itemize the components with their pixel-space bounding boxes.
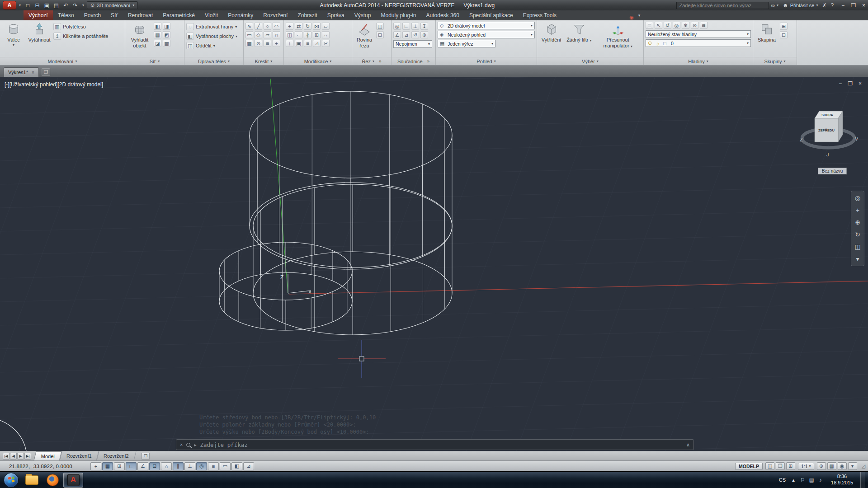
ribbon-tab-správa[interactable]: Správa (322, 10, 349, 20)
status-toggle-button[interactable]: ∥ (173, 462, 184, 470)
search-binoculars-icon[interactable]: ∞ (771, 2, 775, 9)
status-tool-icon[interactable]: ⊕ (817, 462, 826, 470)
status-tool-icon[interactable]: ▦ (827, 462, 836, 470)
taskbar-explorer-button[interactable] (22, 473, 42, 488)
taskbar-firefox-button[interactable] (42, 473, 62, 488)
section-tool-icon[interactable]: ◫ (376, 23, 384, 30)
panel-label-souradnice[interactable]: Souřadnice» (392, 57, 435, 65)
status-toggle-button[interactable]: + (90, 462, 101, 470)
application-menu-button[interactable]: A (3, 1, 16, 9)
modify-tool-icon[interactable]: ⋈ (313, 23, 321, 30)
panel-label-kreslit[interactable]: Kreslit▾ (244, 57, 283, 65)
mesh-tool-icon[interactable]: ◨ (163, 23, 170, 30)
draw-tool-icon[interactable]: ∿ (245, 23, 253, 30)
navigation-tool-icon[interactable]: ◎ (853, 194, 863, 202)
modify-tool-icon[interactable]: ⇄ (295, 23, 302, 30)
modify-tool-icon[interactable]: ⊞ (313, 31, 321, 38)
ribbon-tab-rendrovat[interactable]: Rendrovat (123, 10, 158, 20)
ucs-named-row[interactable]: Nepojmen▾ (393, 40, 432, 48)
draw-tool-icon[interactable]: ○ (264, 23, 271, 30)
section-plane-button[interactable]: Rovina řezu (354, 22, 375, 49)
panel-label-hladiny[interactable]: Hladiny▾ (644, 57, 753, 65)
layer-state-dropdown[interactable]: Neuložený stav hladiny▾ (646, 30, 751, 38)
ribbon-tab-parametrické[interactable]: Parametrické (158, 10, 200, 20)
command-close-icon[interactable]: × (180, 442, 183, 447)
ucs-tool-icon[interactable]: ⊿ (402, 31, 410, 38)
workspace-switcher[interactable]: ⊙ 3D modelování ▾ (87, 1, 138, 9)
tray-icon[interactable]: ⚐ (799, 476, 806, 484)
layer-tool-icon[interactable]: ↖ (655, 22, 662, 29)
navigation-tool-icon[interactable]: ↻ (853, 230, 863, 239)
draw-tool-icon[interactable]: ╱ (255, 23, 262, 30)
modify-tool-icon[interactable]: ↻ (304, 23, 311, 30)
layer-tool-icon[interactable]: ⊘ (691, 22, 698, 29)
layout-nav-button[interactable]: ▶ (17, 453, 24, 460)
group-tool-icon[interactable]: ⊞ (780, 23, 788, 30)
mesh-tool-icon[interactable]: ▦ (154, 31, 161, 38)
mesh-tool-icon[interactable]: ◧ (154, 23, 161, 30)
status-toggle-button[interactable]: ⊥ (184, 462, 195, 470)
qat-tool-icon[interactable]: □ (24, 1, 32, 9)
draw-tool-icon[interactable]: + (273, 40, 280, 47)
ribbon-tab-speciální-aplikace[interactable]: Speciální aplikace (464, 10, 518, 20)
exchange-apps-icon[interactable]: ✗ (822, 2, 826, 9)
status-toggle-button[interactable]: ◎ (196, 462, 207, 470)
modify-tool-icon[interactable]: ↕ (286, 40, 293, 47)
document-tab-vykres1[interactable]: Výkres1* × (4, 67, 39, 77)
ribbon-tab-výstup[interactable]: Výstup (349, 10, 376, 20)
ribbon-tab-autodesk-360[interactable]: Autodesk 360 (421, 10, 464, 20)
layout-nav-button[interactable]: ◀ (10, 453, 17, 460)
viewport-minimize-button[interactable]: − (839, 80, 842, 87)
status-tool-icon[interactable]: ◫ (765, 462, 774, 470)
modify-tool-icon[interactable]: ✂ (322, 40, 330, 47)
window-minimize-button[interactable]: − (841, 2, 844, 9)
qat-tool-icon[interactable]: ▣ (42, 1, 51, 9)
draw-tool-icon[interactable]: ∩ (273, 31, 280, 38)
layer-tool-icon[interactable]: ↺ (664, 22, 671, 29)
navigation-tool-icon[interactable]: ▾ (853, 255, 863, 263)
layout-tab-model[interactable]: Model (34, 451, 62, 460)
layer-color-swatch-icon[interactable]: □ (663, 41, 669, 46)
layout-nav-button[interactable]: |◀ (3, 453, 9, 460)
status-tool-icon[interactable]: ◉ (838, 462, 847, 470)
ribbon-tab-poznámky[interactable]: Poznámky (223, 10, 258, 20)
draw-tool-icon[interactable]: ≋ (264, 40, 271, 47)
modify-tool-icon[interactable]: ▱ (322, 23, 330, 30)
command-input[interactable] (200, 441, 682, 448)
signin-button[interactable]: ☻ Přihlásit se ▾ (783, 2, 818, 9)
ribbon-minimize-caret-icon[interactable]: ▾ (638, 13, 641, 18)
status-toggle-button[interactable]: ▭ (220, 462, 231, 470)
polysolid-button[interactable]: ▥ Polytěleso (53, 23, 108, 31)
document-restore-button[interactable]: ❐ (42, 68, 50, 76)
ribbon-tab-těleso[interactable]: Těleso (53, 10, 79, 20)
status-tool-icon[interactable]: ❐ (776, 462, 785, 470)
solid-edit-row[interactable]: ◧Vytáhnout plochy▾ (186, 32, 237, 40)
status-tool-icon[interactable]: ⊞ (786, 462, 795, 470)
model-space-button[interactable]: MODELP (735, 463, 763, 470)
group-tool-icon[interactable]: ⊟ (780, 31, 788, 38)
statusbar-grip-icon[interactable]: ◿ (862, 463, 865, 469)
tray-icon[interactable]: ▤ (808, 476, 815, 484)
ribbon-tab-rozvržení[interactable]: Rozvržení (258, 10, 292, 20)
modify-tool-icon[interactable]: ≡ (304, 40, 311, 47)
ribbon-tab-zobrazit[interactable]: Zobrazit (292, 10, 322, 20)
layer-tool-icon[interactable]: ≋ (700, 22, 708, 29)
layout-tab-rozvržení2[interactable]: Rozvržení2 (96, 451, 136, 460)
layout-tab-rozvržení1[interactable]: Rozvržení1 (59, 451, 99, 460)
status-toggle-button[interactable]: ⊿ (243, 462, 254, 470)
ucs-tool-icon[interactable]: ↺ (411, 31, 419, 38)
viewport-close-button[interactable]: × (859, 80, 862, 87)
mesh-tool-icon[interactable]: ◩ (163, 31, 170, 38)
modify-tool-icon[interactable]: ⊿ (313, 40, 321, 47)
panel-label-pohled[interactable]: Pohled▾ (436, 57, 537, 65)
navigation-tool-icon[interactable]: + (853, 206, 863, 214)
viewport-controls[interactable]: [-][Uživatelský pohled][2D drátový model… (5, 81, 103, 88)
gizmo-button[interactable]: Přesunout manipulátor ▾ (594, 22, 642, 49)
qat-tool-icon[interactable]: ↶ (61, 1, 70, 9)
language-indicator[interactable]: CS (779, 477, 786, 483)
drawing-canvas[interactable]: Z× [-][Uživatelský pohled][2D drátový mo… (0, 77, 868, 451)
modify-tool-icon[interactable]: ∦ (304, 31, 311, 38)
panel-label-rez[interactable]: Řez▾» (352, 57, 391, 65)
selection-filter-button[interactable]: Žádný filtr ▾ (565, 22, 593, 43)
qat-tool-icon[interactable]: ▤ (52, 1, 61, 9)
